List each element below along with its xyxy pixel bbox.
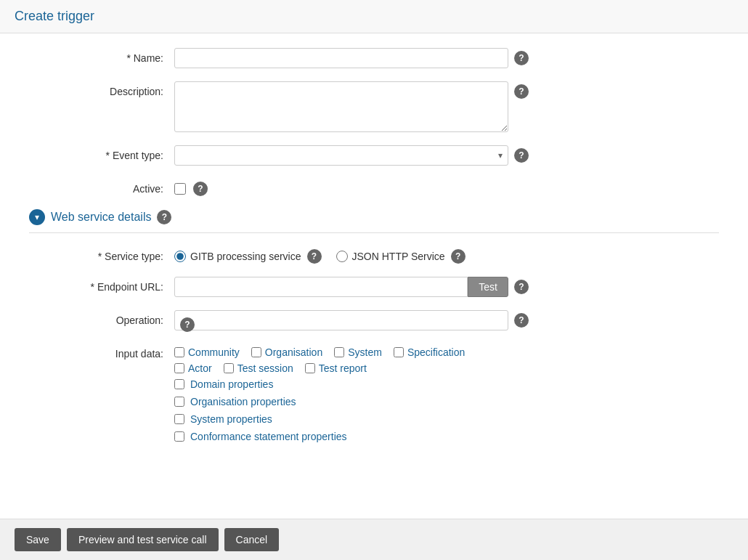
description-group: Description: ? (29, 81, 719, 132)
operation-help-icon[interactable]: ? (514, 313, 529, 328)
cancel-button[interactable]: Cancel (224, 528, 280, 551)
conformance-properties-checkbox[interactable] (174, 431, 184, 442)
service-type-control-wrap: GITB processing service ? JSON HTTP Serv… (174, 246, 610, 264)
endpoint-control-wrap: Test ? (174, 277, 610, 297)
checkbox-org-props: Organisation properties (174, 396, 476, 407)
checkbox-test-session: Test session (224, 362, 293, 374)
name-group: * Name: ? (29, 48, 719, 68)
test-session-label[interactable]: Test session (237, 362, 293, 374)
system-properties-label[interactable]: System properties (190, 413, 272, 425)
name-help-icon[interactable]: ? (514, 51, 529, 65)
radio-item-gitb: GITB processing service ? (174, 249, 322, 264)
actor-label[interactable]: Actor (188, 362, 212, 374)
radio-gitb[interactable] (174, 251, 186, 262)
domain-properties-label[interactable]: Domain properties (190, 378, 273, 390)
checkbox-organisation: Organisation (251, 346, 322, 358)
actor-checkbox[interactable] (174, 363, 184, 373)
service-type-radio-group: GITB processing service ? JSON HTTP Serv… (174, 246, 466, 264)
organisation-properties-label[interactable]: Organisation properties (190, 396, 296, 407)
page-content: * Name: ? Description: ? * Event type: (0, 33, 748, 519)
name-control-wrap: ? (174, 48, 610, 68)
active-label: Active: (29, 179, 174, 195)
event-type-control-wrap: ▾ ? (174, 145, 610, 166)
test-report-label[interactable]: Test report (319, 362, 367, 374)
conformance-properties-label[interactable]: Conformance statement properties (190, 431, 347, 442)
radio-json[interactable] (336, 251, 348, 262)
page-container: Create trigger * Name: ? Description: ? … (0, 0, 748, 560)
community-checkbox[interactable] (174, 347, 184, 357)
input-data-group: Input data: Community Organisation (29, 344, 719, 360)
domain-properties-checkbox[interactable] (174, 379, 184, 389)
active-checkbox[interactable] (174, 183, 186, 195)
checkbox-test-report: Test report (305, 362, 367, 374)
event-type-group: * Event type: ▾ ? (29, 145, 719, 166)
section-toggle-icon[interactable]: ▾ (29, 209, 45, 225)
checkbox-conformance-props: Conformance statement properties (174, 431, 476, 442)
event-type-select[interactable] (174, 145, 508, 166)
page-footer: Save Preview and test service call Cance… (0, 519, 748, 560)
name-input[interactable] (174, 48, 508, 68)
input-data-help-icon[interactable]: ? (180, 317, 195, 332)
organisation-label[interactable]: Organisation (265, 346, 322, 358)
description-label: Description: (29, 81, 174, 97)
input-data-wrap: Community Organisation System Speci (174, 344, 476, 448)
description-input[interactable] (174, 81, 508, 132)
preview-button[interactable]: Preview and test service call (67, 528, 219, 551)
active-group: Active: ? (29, 179, 719, 196)
specification-checkbox[interactable] (394, 347, 404, 357)
json-help-icon[interactable]: ? (451, 249, 466, 264)
active-control-wrap: ? (174, 179, 610, 196)
web-service-help-icon[interactable]: ? (157, 210, 171, 224)
active-wrap: ? (174, 179, 208, 196)
radio-item-json: JSON HTTP Service ? (336, 249, 466, 264)
checkbox-system: System (334, 346, 382, 358)
input-data-row1: Community Organisation System Speci (174, 346, 476, 358)
community-label[interactable]: Community (188, 346, 240, 358)
gitb-help-icon[interactable]: ? (307, 249, 322, 264)
page-header: Create trigger (0, 0, 748, 33)
checkbox-actor: Actor (174, 362, 212, 374)
web-service-section-title: Web service details (51, 211, 151, 224)
organisation-properties-checkbox[interactable] (174, 397, 184, 407)
checkbox-community: Community (174, 346, 240, 358)
event-type-label: * Event type: (29, 145, 174, 161)
system-properties-checkbox[interactable] (174, 414, 184, 424)
checkbox-system-props: System properties (174, 413, 476, 425)
endpoint-group: * Endpoint URL: Test ? (29, 277, 719, 297)
operation-control-wrap: ? (174, 310, 610, 330)
page-title: Create trigger (15, 9, 733, 24)
endpoint-label: * Endpoint URL: (29, 277, 174, 293)
input-data-row2: Actor Test session Test report (174, 362, 476, 374)
service-type-group: * Service type: GITB processing service … (29, 246, 719, 264)
specification-label[interactable]: Specification (407, 346, 465, 358)
operation-label: Operation: (29, 310, 174, 326)
test-session-checkbox[interactable] (224, 363, 234, 373)
system-checkbox[interactable] (334, 347, 344, 357)
web-service-section-header: ▾ Web service details ? (29, 209, 719, 233)
input-data-label: Input data: (29, 344, 174, 360)
operation-group: Operation: ? (29, 310, 719, 330)
checkbox-domain-props: Domain properties (174, 378, 476, 390)
service-type-label: * Service type: (29, 246, 174, 262)
endpoint-help-icon[interactable]: ? (514, 280, 529, 294)
endpoint-input[interactable] (174, 277, 468, 297)
test-report-checkbox[interactable] (305, 363, 315, 373)
event-type-help-icon[interactable]: ? (514, 148, 529, 163)
name-label: * Name: (29, 48, 174, 64)
active-help-icon[interactable]: ? (193, 182, 208, 196)
organisation-checkbox[interactable] (251, 347, 261, 357)
test-button[interactable]: Test (468, 277, 508, 297)
checkbox-specification: Specification (394, 346, 465, 358)
save-button[interactable]: Save (15, 528, 61, 551)
system-label[interactable]: System (348, 346, 382, 358)
operation-input[interactable] (174, 310, 508, 330)
radio-gitb-label[interactable]: GITB processing service (190, 251, 301, 262)
description-help-icon[interactable]: ? (514, 84, 529, 99)
radio-json-label[interactable]: JSON HTTP Service (352, 251, 445, 262)
description-control-wrap: ? (174, 81, 610, 132)
